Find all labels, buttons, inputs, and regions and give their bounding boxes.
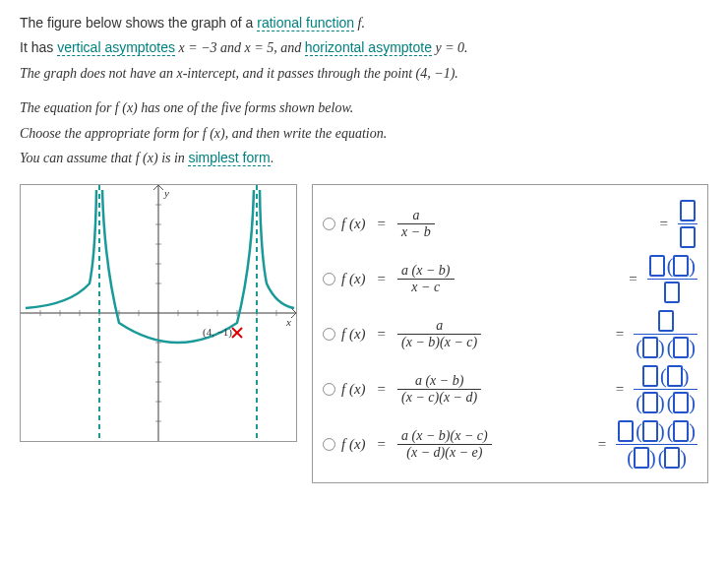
fx-label: f (x) xyxy=(341,271,366,287)
problem-statement: The figure below shows the graph of a ra… xyxy=(20,12,708,169)
text: . xyxy=(271,150,274,165)
answer-input-4[interactable]: () ()() xyxy=(634,364,698,413)
answer-input-2[interactable]: () xyxy=(647,254,698,303)
text: f. xyxy=(354,16,365,31)
equals: = xyxy=(654,216,674,232)
fraction-template: a (x − b)(x − c) (x − d)(x − e) xyxy=(397,428,492,461)
answer-input-3[interactable]: ()() xyxy=(634,309,698,358)
radio-option-3[interactable] xyxy=(323,328,335,341)
form-option-2: f (x) = a (x − b) x − c = () xyxy=(323,254,698,303)
y-axis-label: y xyxy=(163,187,169,199)
equals: = xyxy=(623,271,642,287)
fraction-template: a x − b xyxy=(397,208,435,240)
equals: = xyxy=(372,436,392,453)
text: x = −3 and x = 5, and xyxy=(175,40,305,55)
radio-option-1[interactable] xyxy=(323,218,335,230)
graph: (4, −1) x y xyxy=(20,184,297,442)
point-label: (4, −1) xyxy=(203,326,232,339)
equals: = xyxy=(610,326,630,343)
fx-label: f (x) xyxy=(341,436,366,453)
answer-input-5[interactable]: ()() ()() xyxy=(616,419,698,469)
fraction-template: a (x − b) x − c xyxy=(397,263,455,295)
equals: = xyxy=(372,271,392,287)
radio-option-2[interactable] xyxy=(323,273,335,285)
text: Choose the appropriate form for f (x), a… xyxy=(20,126,387,141)
text: The graph does not have an x-intercept, … xyxy=(20,66,458,81)
link-rational-function[interactable]: rational function xyxy=(257,15,354,31)
answer-input-1[interactable] xyxy=(678,199,698,248)
forms-list: f (x) = a x − b = f (x) = a (x − b) x − … xyxy=(312,184,708,483)
fx-label: f (x) xyxy=(341,216,366,232)
fraction-template: a (x − b) (x − c)(x − d) xyxy=(397,373,481,406)
form-option-5: f (x) = a (x − b)(x − c) (x − d)(x − e) … xyxy=(323,419,698,469)
link-vertical-asymptotes[interactable]: vertical asymptotes xyxy=(57,39,175,56)
radio-option-4[interactable] xyxy=(323,383,335,396)
text: You can assume that f (x) is in xyxy=(20,151,188,165)
link-simplest-form[interactable]: simplest form xyxy=(188,150,270,166)
equals: = xyxy=(592,436,612,453)
text: y = 0. xyxy=(432,40,468,55)
graph-svg: (4, −1) x y xyxy=(21,185,296,441)
fraction-template: a (x − b)(x − c) xyxy=(397,318,481,350)
form-option-1: f (x) = a x − b = xyxy=(323,199,698,248)
form-option-4: f (x) = a (x − b) (x − c)(x − d) = () ()… xyxy=(323,364,698,413)
text: The figure below shows the graph of a xyxy=(20,15,257,31)
text: The equation for f (x) has one of the fi… xyxy=(20,100,353,115)
radio-option-5[interactable] xyxy=(323,438,335,451)
fx-label: f (x) xyxy=(341,326,366,343)
text: It has xyxy=(20,39,57,55)
fx-label: f (x) xyxy=(341,381,366,398)
equals: = xyxy=(372,326,392,343)
x-axis-label: x xyxy=(285,316,291,328)
link-horizontal-asymptote[interactable]: horizontal asymptote xyxy=(305,39,432,56)
equals: = xyxy=(610,381,630,398)
equals: = xyxy=(372,381,392,398)
form-option-3: f (x) = a (x − b)(x − c) = ()() xyxy=(323,309,698,358)
equals: = xyxy=(372,216,392,232)
